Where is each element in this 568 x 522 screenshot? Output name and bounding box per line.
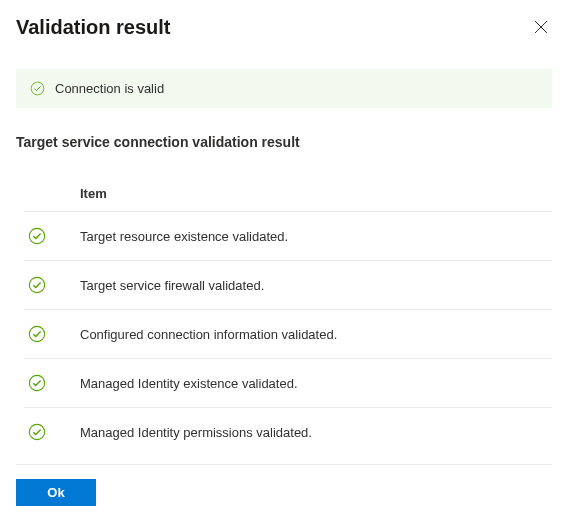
- footer: Ok: [16, 464, 552, 506]
- row-item-text: Configured connection information valida…: [80, 327, 337, 342]
- status-message: Connection is valid: [55, 81, 164, 96]
- row-item-text: Managed Identity existence validated.: [80, 376, 298, 391]
- check-icon: [28, 227, 46, 245]
- svg-point-4: [29, 277, 44, 292]
- result-subtitle: Target service connection validation res…: [16, 134, 552, 150]
- status-bar: Connection is valid: [16, 69, 552, 108]
- table-row: Target resource existence validated.: [24, 211, 552, 260]
- table-row: Managed Identity permissions validated.: [24, 407, 552, 456]
- close-button[interactable]: [530, 16, 552, 41]
- check-icon: [28, 374, 46, 392]
- check-icon: [28, 325, 46, 343]
- close-icon: [534, 20, 548, 37]
- table-row: Configured connection information valida…: [24, 309, 552, 358]
- check-icon: [28, 423, 46, 441]
- table-row: Managed Identity existence validated.: [24, 358, 552, 407]
- table-row: Target service firewall validated.: [24, 260, 552, 309]
- svg-point-7: [29, 424, 44, 439]
- svg-point-2: [31, 82, 44, 95]
- validation-table: Item Target resource existence validated…: [24, 186, 552, 456]
- column-header-item: Item: [80, 186, 107, 201]
- svg-point-5: [29, 326, 44, 341]
- check-icon: [28, 276, 46, 294]
- svg-point-6: [29, 375, 44, 390]
- ok-button[interactable]: Ok: [16, 479, 96, 506]
- row-item-text: Managed Identity permissions validated.: [80, 425, 312, 440]
- success-check-icon: [30, 81, 45, 96]
- row-item-text: Target service firewall validated.: [80, 278, 264, 293]
- svg-point-3: [29, 228, 44, 243]
- row-item-text: Target resource existence validated.: [80, 229, 288, 244]
- panel-title: Validation result: [16, 16, 170, 39]
